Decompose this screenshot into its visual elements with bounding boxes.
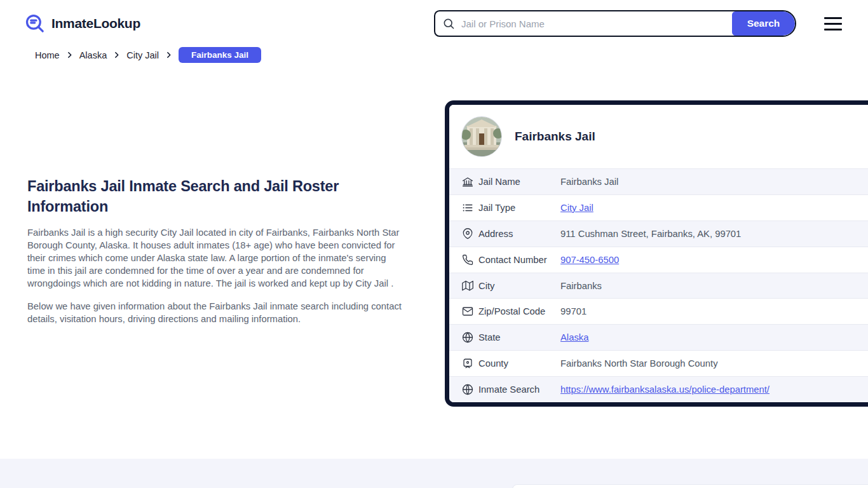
breadcrumb-alaska[interactable]: Alaska xyxy=(79,50,107,60)
table-row-jail-type: Jail Type City Jail xyxy=(449,194,868,220)
breadcrumb: Home Alaska City Jail Fairbanks Jail xyxy=(35,47,261,63)
globe-icon xyxy=(462,332,473,343)
next-card-top-edge xyxy=(512,484,868,488)
row-value: Fairbanks Jail xyxy=(560,177,618,187)
phone-icon xyxy=(462,254,473,266)
map-pin-icon xyxy=(462,228,473,240)
menu-hamburger-icon[interactable] xyxy=(824,17,842,30)
row-label: Jail Name xyxy=(478,177,560,187)
bank-icon xyxy=(462,176,473,187)
search-button[interactable]: Search xyxy=(732,11,795,36)
map-icon xyxy=(462,280,473,292)
page: InmateLookup Search Home Alaska City Jai… xyxy=(0,0,868,488)
row-value: 99701 xyxy=(560,306,587,316)
row-value: Fairbanks North Star Borough County xyxy=(560,358,718,369)
mail-icon xyxy=(462,306,473,317)
jail-photo xyxy=(461,116,502,157)
row-label: County xyxy=(478,358,560,369)
breadcrumb-current-badge[interactable]: Fairbanks Jail xyxy=(179,47,261,63)
breadcrumb-city-jail[interactable]: City Jail xyxy=(126,50,159,60)
jail-card-title: Fairbanks Jail xyxy=(515,130,595,144)
inmate-search-link[interactable]: https://www.fairbanksalaska.us/police-de… xyxy=(560,384,770,395)
magnifier-logo-icon xyxy=(24,13,46,34)
county-map-icon xyxy=(462,358,473,369)
jail-details-table: Jail Name Fairbanks Jail Jail Type City … xyxy=(449,168,868,402)
chevron-right-icon xyxy=(112,51,121,59)
table-row-zip: Zip/Postal Code 99701 xyxy=(449,298,868,324)
row-label: Zip/Postal Code xyxy=(478,306,560,316)
chevron-right-icon xyxy=(165,51,173,59)
state-link[interactable]: Alaska xyxy=(560,332,588,342)
jail-info-card: Fairbanks Jail Jail Name Fairbanks Jail xyxy=(445,100,868,407)
row-value: 911 Cushman Street, Fairbanks, AK, 99701 xyxy=(560,229,741,239)
row-label: City xyxy=(478,281,560,291)
search-icon xyxy=(435,11,455,36)
breadcrumb-home[interactable]: Home xyxy=(35,50,60,60)
table-row-county: County Fairbanks North Star Borough Coun… xyxy=(449,350,868,376)
row-label: Address xyxy=(478,229,560,239)
row-label: Inmate Search xyxy=(478,384,560,395)
brand-name: InmateLookup xyxy=(51,16,140,31)
info-paragraph: Below we have given information about th… xyxy=(27,300,405,325)
intro-paragraph: Fairbanks Jail is a high security City J… xyxy=(27,226,405,290)
jail-card-header: Fairbanks Jail xyxy=(449,105,868,168)
search-input[interactable] xyxy=(455,11,732,36)
list-icon xyxy=(462,202,473,214)
table-row-contact-number: Contact Number 907-450-6500 xyxy=(449,247,868,273)
table-row-address: Address 911 Cushman Street, Fairbanks, A… xyxy=(449,220,868,247)
table-row-jail-name: Jail Name Fairbanks Jail xyxy=(449,168,868,194)
row-label: State xyxy=(478,332,560,342)
brand-logo[interactable]: InmateLookup xyxy=(24,13,140,34)
table-row-state: State Alaska xyxy=(449,324,868,350)
table-row-city: City Fairbanks xyxy=(449,273,868,299)
page-title: Fairbanks Jail Inmate Search and Jail Ro… xyxy=(27,176,380,217)
row-value: Fairbanks xyxy=(560,281,602,291)
search-bar: Search xyxy=(434,10,796,37)
contact-number-link[interactable]: 907-450-6500 xyxy=(560,255,619,265)
row-label: Contact Number xyxy=(478,255,560,265)
row-label: Jail Type xyxy=(478,203,560,213)
globe-web-icon xyxy=(462,384,473,395)
jail-type-link[interactable]: City Jail xyxy=(560,203,593,213)
chevron-right-icon xyxy=(65,51,74,59)
table-row-inmate-search: Inmate Search https://www.fairbanksalask… xyxy=(449,376,868,402)
